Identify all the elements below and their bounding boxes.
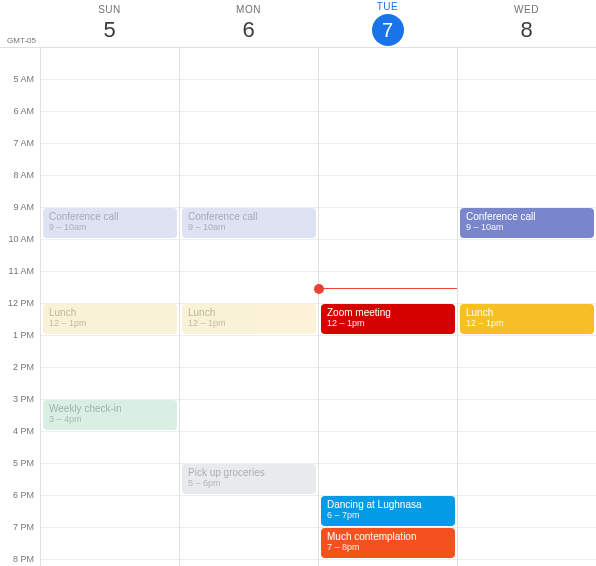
hour-cell[interactable] [180,176,318,208]
hour-cell[interactable] [41,112,179,144]
hour-text: 6 PM [13,490,34,500]
hour-cell[interactable] [458,400,596,432]
day-header-sun[interactable]: SUN5 [40,0,179,47]
day-column[interactable]: Conference call9 – 10amLunch12 – 1pmWeek… [40,48,179,566]
calendar-event[interactable]: Lunch12 – 1pm [182,304,316,334]
day-column[interactable]: Conference call9 – 10amLunch12 – 1pm [457,48,596,566]
hour-cell[interactable] [458,80,596,112]
calendar-event[interactable]: Conference call9 – 10am [43,208,177,238]
calendar-event[interactable]: Dancing at Lughnasa6 – 7pm [321,496,455,526]
hour-cell[interactable] [180,144,318,176]
hour-cell[interactable] [180,272,318,304]
day-header-tue[interactable]: TUE7 [318,0,457,47]
hour-cell[interactable] [41,432,179,464]
calendar-event[interactable]: Conference call9 – 10am [460,208,594,238]
event-title: Dancing at Lughnasa [327,499,449,510]
hour-cell[interactable] [458,240,596,272]
calendar-grid-body: 5 AM6 AM7 AM8 AM9 AM10 AM11 AM12 PM1 PM2… [0,48,596,566]
hour-cell[interactable] [180,368,318,400]
hour-text: 10 AM [8,234,34,244]
hour-cell[interactable] [319,80,457,112]
hour-cell[interactable] [180,112,318,144]
hour-cell[interactable] [319,432,457,464]
hour-cell[interactable] [180,240,318,272]
hour-cell[interactable] [319,240,457,272]
current-time-indicator [319,288,457,289]
hour-cell[interactable] [319,464,457,496]
hour-cell[interactable] [180,432,318,464]
hour-cell[interactable] [180,496,318,528]
hour-cell[interactable] [319,144,457,176]
hour-text: 2 PM [13,362,34,372]
event-title: Pick up groceries [188,467,310,478]
hour-cell[interactable] [458,144,596,176]
hour-cell[interactable] [41,496,179,528]
hour-text: 5 PM [13,458,34,468]
event-time: 12 – 1pm [188,318,310,328]
event-time: 6 – 7pm [327,510,449,520]
hour-text: 7 PM [13,522,34,532]
hour-cell[interactable] [319,112,457,144]
hour-cell[interactable] [319,336,457,368]
hour-cell[interactable] [319,208,457,240]
day-column[interactable]: Conference call9 – 10amLunch12 – 1pmPick… [179,48,318,566]
hour-cell[interactable] [458,272,596,304]
hour-cell[interactable] [458,496,596,528]
hour-cell[interactable] [41,144,179,176]
hour-cell[interactable] [319,48,457,80]
hour-cell[interactable] [41,48,179,80]
hour-cell[interactable] [180,400,318,432]
day-header-mon[interactable]: MON6 [179,0,318,47]
event-title: Lunch [466,307,588,318]
calendar-grid-inner: 5 AM6 AM7 AM8 AM9 AM10 AM11 AM12 PM1 PM2… [0,48,596,566]
hour-cell[interactable] [41,560,179,566]
calendar-event[interactable]: Lunch12 – 1pm [43,304,177,334]
hour-cell[interactable] [180,528,318,560]
hour-text: 5 AM [13,74,34,84]
calendar-event[interactable]: Much contemplation7 – 8pm [321,528,455,558]
hour-cell[interactable] [319,400,457,432]
hour-cell[interactable] [41,272,179,304]
hour-cell[interactable] [458,336,596,368]
hour-cell[interactable] [41,368,179,400]
day-of-week-label: WED [514,4,539,15]
event-title: Conference call [466,211,588,222]
hour-cell[interactable] [180,48,318,80]
day-of-week-label: TUE [377,1,399,12]
hour-cell[interactable] [458,464,596,496]
hour-cell[interactable] [458,368,596,400]
hour-cell[interactable] [319,176,457,208]
event-time: 9 – 10am [49,222,171,232]
day-grid[interactable]: Conference call9 – 10amLunch12 – 1pmWeek… [40,48,596,566]
hour-cell[interactable] [41,176,179,208]
hour-text: 3 PM [13,394,34,404]
calendar-event[interactable]: Zoom meeting12 – 1pm [321,304,455,334]
hour-cell[interactable] [41,336,179,368]
hour-cell[interactable] [180,336,318,368]
calendar-event[interactable]: Pick up groceries5 – 6pm [182,464,316,494]
hour-cell[interactable] [458,432,596,464]
hour-cell[interactable] [458,112,596,144]
hour-text: 11 AM [8,266,34,276]
hour-text: 4 PM [13,426,34,436]
hour-cell[interactable] [41,240,179,272]
event-title: Zoom meeting [327,307,449,318]
hour-cell[interactable] [458,560,596,566]
calendar-event[interactable]: Weekly check-in3 – 4pm [43,400,177,430]
hour-cell[interactable] [180,80,318,112]
hour-cell[interactable] [41,80,179,112]
day-of-week-label: MON [236,4,261,15]
hour-cell[interactable] [319,368,457,400]
hour-cell[interactable] [180,560,318,566]
hour-cell[interactable] [41,528,179,560]
hour-cell[interactable] [458,176,596,208]
calendar-event[interactable]: Conference call9 – 10am [182,208,316,238]
day-column[interactable]: Zoom meeting12 – 1pmDancing at Lughnasa6… [318,48,457,566]
hour-cell[interactable] [319,560,457,566]
calendar-event[interactable]: Lunch12 – 1pm [460,304,594,334]
hour-cell[interactable] [458,48,596,80]
day-header-wed[interactable]: WED8 [457,0,596,47]
hour-cell[interactable] [41,464,179,496]
hour-text: 8 AM [13,170,34,180]
hour-cell[interactable] [458,528,596,560]
